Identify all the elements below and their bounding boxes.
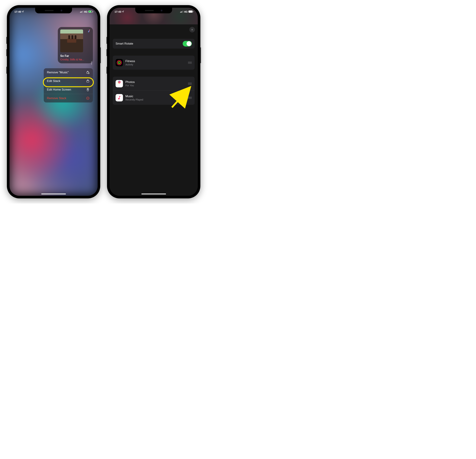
smart-rotate-toggle[interactable] xyxy=(183,41,192,47)
photos-sub: For You xyxy=(125,84,186,87)
album-art xyxy=(60,30,83,52)
drag-handle-icon[interactable] xyxy=(188,62,192,64)
fitness-app-icon xyxy=(116,59,123,66)
fitness-title: Fitness xyxy=(125,59,186,63)
fitness-sub: Activity xyxy=(125,63,186,66)
signal-icon xyxy=(80,11,83,13)
ctx-edit-stack[interactable]: Edit Stack xyxy=(44,77,93,85)
photos-title: Photos xyxy=(125,80,186,84)
track-artist: Crosby, Stills & Na... xyxy=(60,58,90,61)
drag-handle-icon[interactable] xyxy=(188,97,192,99)
home-indicator[interactable] xyxy=(141,194,166,194)
stack-row-fitness[interactable]: Fitness Activity xyxy=(113,56,195,70)
ctx-edit-home[interactable]: Edit Home Screen xyxy=(44,85,93,94)
battery-icon xyxy=(188,10,193,13)
phone-left: 17:40 4G ⚡︎ So Far Crosby, Stills & Na..… xyxy=(7,5,100,198)
svg-point-5 xyxy=(87,89,88,89)
drag-handle-icon[interactable] xyxy=(188,83,192,85)
remove-widget-icon xyxy=(86,71,90,74)
notch xyxy=(135,8,172,13)
edit-stack-sheet: Smart Rotate Fitness Activity xyxy=(110,25,198,196)
svg-point-6 xyxy=(88,89,88,89)
ctx-remove-stack-label: Remove Stack xyxy=(47,97,66,100)
track-title: So Far xyxy=(60,54,90,57)
smart-rotate-row: Smart Rotate xyxy=(113,39,195,49)
music-sub: Recently Played xyxy=(125,98,186,101)
close-button[interactable] xyxy=(189,27,195,33)
svg-point-8 xyxy=(88,90,88,90)
stack-group-photos-music: Photos For You Music Recently Played xyxy=(113,77,195,105)
music-icon xyxy=(88,29,91,33)
network-label: 4G xyxy=(184,10,187,13)
ctx-remove-music[interactable]: Remove "Music" xyxy=(44,68,93,77)
home-indicator[interactable] xyxy=(41,194,66,194)
phone-right: 17:43 4G Smart Rotate xyxy=(107,5,200,198)
location-icon xyxy=(22,10,24,13)
location-icon xyxy=(122,10,124,13)
battery-icon: ⚡︎ xyxy=(88,10,93,13)
remove-icon xyxy=(86,97,90,100)
photos-app-icon xyxy=(116,80,123,87)
music-widget[interactable]: So Far Crosby, Stills & Na... xyxy=(58,27,93,63)
context-menu: Remove "Music" Edit Stack xyxy=(44,68,93,102)
network-label: 4G xyxy=(84,10,87,13)
stack-icon xyxy=(86,79,90,83)
ctx-remove-label: Remove "Music" xyxy=(47,71,69,74)
smart-rotate-label: Smart Rotate xyxy=(116,42,133,45)
stack-group-fitness: Fitness Activity xyxy=(113,56,195,70)
svg-rect-3 xyxy=(87,81,89,82)
notch xyxy=(35,8,72,13)
home-screen-icon xyxy=(86,88,90,91)
ctx-edit-stack-label: Edit Stack xyxy=(47,79,60,83)
ctx-remove-stack[interactable]: Remove Stack xyxy=(44,94,93,102)
signal-icon xyxy=(180,11,183,13)
status-time: 17:43 xyxy=(115,10,121,13)
stack-row-photos[interactable]: Photos For You xyxy=(113,77,195,91)
screen-right: 17:43 4G Smart Rotate xyxy=(110,8,198,196)
ctx-edit-home-label: Edit Home Screen xyxy=(47,88,71,91)
svg-point-7 xyxy=(87,90,88,90)
stack-row-music[interactable]: Music Recently Played xyxy=(113,91,195,105)
stack-page-dots xyxy=(91,61,92,65)
svg-rect-4 xyxy=(87,89,89,91)
music-title: Music xyxy=(125,95,186,98)
screen-left: 17:40 4G ⚡︎ So Far Crosby, Stills & Na..… xyxy=(9,8,98,196)
status-time: 17:40 xyxy=(14,10,21,13)
music-app-icon xyxy=(116,94,123,101)
